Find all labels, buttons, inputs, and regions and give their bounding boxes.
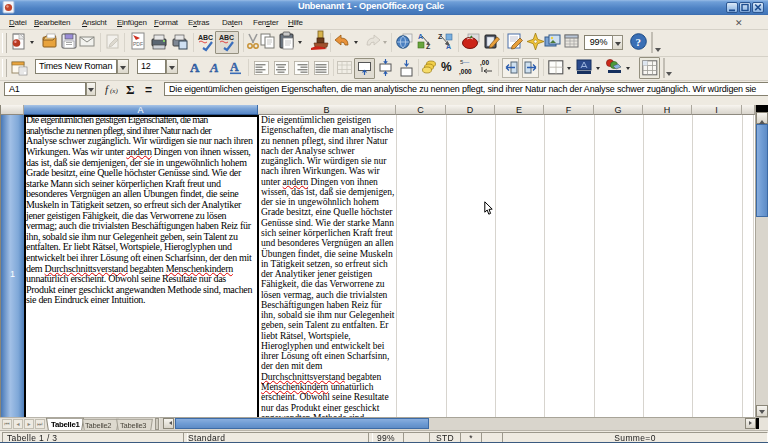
svg-text:A: A	[209, 60, 219, 75]
svg-text:%: %	[441, 60, 452, 74]
svg-text:=: =	[145, 83, 152, 97]
svg-text:(x): (x)	[110, 87, 118, 95]
svg-text:Z: Z	[438, 33, 443, 40]
svg-text:A: A	[190, 60, 200, 75]
svg-text:,00: ,00	[480, 59, 489, 67]
svg-text:,000: ,000	[459, 68, 472, 76]
svg-text:Σ: Σ	[126, 82, 135, 97]
svg-text:5—: 5—	[460, 59, 469, 65]
svg-text:?: ?	[636, 36, 642, 48]
svg-text:A: A	[230, 60, 239, 74]
svg-text:PDF: PDF	[133, 41, 143, 47]
svg-text:ABC: ABC	[198, 34, 213, 41]
svg-text:ABC: ABC	[219, 34, 234, 41]
